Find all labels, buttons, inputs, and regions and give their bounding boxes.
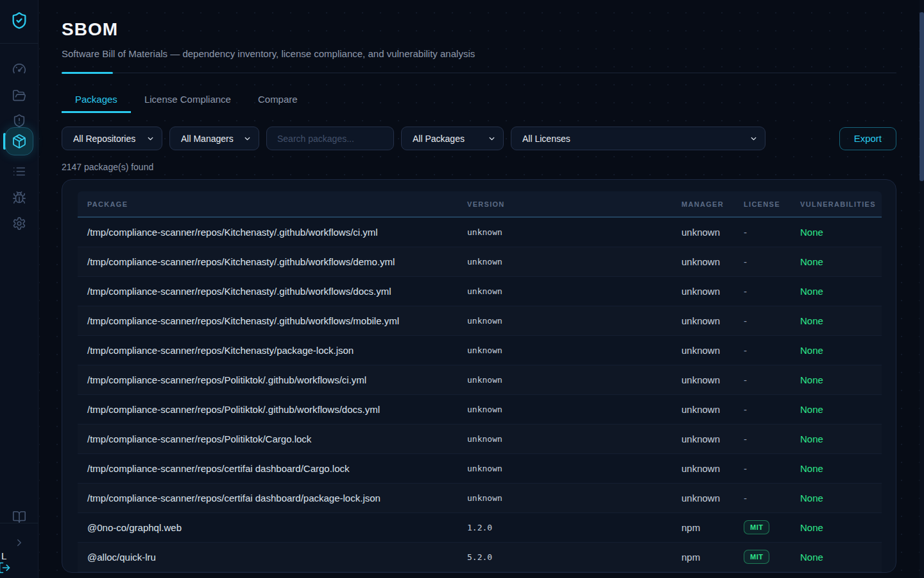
tab-compare[interactable]: Compare xyxy=(244,86,311,113)
app-logo[interactable] xyxy=(0,12,38,30)
scrollbar-thumb[interactable] xyxy=(920,12,924,181)
manager-cell: unknown xyxy=(681,424,744,453)
sidebar-item-sbom[interactable] xyxy=(5,127,33,155)
manager-select[interactable]: All Managers xyxy=(170,127,259,150)
manager-filter[interactable]: All Managers xyxy=(169,127,259,150)
table-row[interactable]: /tmp/compliance-scanner/repos/Kitchenast… xyxy=(78,247,882,276)
repository-select[interactable]: All Repositories xyxy=(62,127,162,150)
column-header-vulnerabilities: VULNERABILITIES xyxy=(800,191,882,217)
version-cell: unknown xyxy=(467,306,681,335)
sidebar-item-repositories[interactable] xyxy=(0,83,38,109)
page-title: SBOM xyxy=(62,0,896,40)
package-cell: @alloc/quick-lru xyxy=(78,542,467,572)
column-header-manager: MANAGER xyxy=(681,191,744,217)
sidebar-item-docs[interactable] xyxy=(0,504,38,530)
vulnerabilities-cell: None xyxy=(800,335,882,365)
manager-cell: unknown xyxy=(681,453,744,483)
gauge-icon xyxy=(12,62,26,76)
vulnerabilities-cell: None xyxy=(800,365,882,394)
repository-filter[interactable]: All Repositories xyxy=(62,127,162,150)
package-icon xyxy=(12,134,27,149)
version-cell: unknown xyxy=(467,365,681,394)
package-cell: /tmp/compliance-scanner/repos/Kitchenast… xyxy=(78,217,467,247)
filter-bar: All Repositories All Managers All Packag… xyxy=(62,127,896,150)
manager-cell: unknown xyxy=(681,306,744,335)
overflow-text: L xyxy=(1,550,6,561)
vulnerabilities-cell: None xyxy=(800,247,882,276)
package-cell: /tmp/compliance-scanner/repos/Politiktok… xyxy=(78,394,467,424)
table-row[interactable]: @alloc/quick-lru 5.2.0 npm MIT None xyxy=(78,542,882,572)
table-row[interactable]: /tmp/compliance-scanner/repos/Politiktok… xyxy=(78,424,882,453)
license-dash: - xyxy=(744,256,747,267)
sidebar-item-bugs[interactable] xyxy=(0,185,38,211)
vulnerabilities-cell: None xyxy=(800,424,882,453)
package-cell: /tmp/compliance-scanner/repos/Kitchenast… xyxy=(78,276,467,306)
license-dash: - xyxy=(744,404,747,415)
license-dash: - xyxy=(744,493,747,504)
license-cell: - xyxy=(744,306,800,335)
version-cell: 5.2.0 xyxy=(467,542,681,572)
table-row[interactable]: /tmp/compliance-scanner/repos/Kitchenast… xyxy=(78,217,882,247)
license-dash: - xyxy=(744,374,747,385)
license-dash: - xyxy=(744,345,747,356)
sidebar-item-settings[interactable] xyxy=(0,211,38,236)
folder-icon xyxy=(12,89,26,103)
license-cell: - xyxy=(744,247,800,276)
column-header-package: PACKAGE xyxy=(78,191,467,217)
tab-packages[interactable]: Packages xyxy=(62,86,131,113)
license-select[interactable]: All Licenses xyxy=(511,127,765,150)
license-badge: MIT xyxy=(744,520,769,534)
export-button[interactable]: Export xyxy=(839,127,896,150)
license-cell: - xyxy=(744,217,800,247)
vulnerabilities-cell: None xyxy=(800,542,882,572)
search-input[interactable] xyxy=(266,127,394,150)
manager-cell: unknown xyxy=(681,217,744,247)
version-cell: unknown xyxy=(467,335,681,365)
vulnerabilities-cell: None xyxy=(800,217,882,247)
gear-icon xyxy=(12,216,26,231)
table-row[interactable]: /tmp/compliance-scanner/repos/Kitchenast… xyxy=(78,276,882,306)
package-cell: /tmp/compliance-scanner/repos/Kitchenast… xyxy=(78,335,467,365)
package-type-select[interactable]: All Packages xyxy=(402,127,503,150)
license-cell: - xyxy=(744,335,800,365)
sidebar-item-inventory[interactable] xyxy=(0,159,38,184)
list-icon xyxy=(12,164,26,179)
license-cell: - xyxy=(744,483,800,512)
license-filter[interactable]: All Licenses xyxy=(511,127,766,150)
package-type-filter[interactable]: All Packages xyxy=(401,127,504,150)
package-cell: /tmp/compliance-scanner/repos/certifai d… xyxy=(78,453,467,483)
package-cell: /tmp/compliance-scanner/repos/Politiktok… xyxy=(78,365,467,394)
shield-check-icon xyxy=(10,12,28,30)
column-header-license: LICENSE xyxy=(744,191,800,217)
table-row[interactable]: /tmp/compliance-scanner/repos/Kitchenast… xyxy=(78,306,882,335)
tab-bar: Packages License Compliance Compare xyxy=(62,86,896,113)
vulnerabilities-cell: None xyxy=(800,453,882,483)
shield-alert-icon xyxy=(12,114,26,128)
column-header-version: VERSION xyxy=(467,191,681,217)
license-dash: - xyxy=(744,434,747,444)
version-cell: unknown xyxy=(467,453,681,483)
table-row[interactable]: /tmp/compliance-scanner/repos/certifai d… xyxy=(78,483,882,512)
logout-icon[interactable] xyxy=(0,561,11,574)
version-cell: unknown xyxy=(467,276,681,306)
license-dash: - xyxy=(744,463,747,474)
table-row[interactable]: /tmp/compliance-scanner/repos/Kitchenast… xyxy=(78,335,882,365)
version-cell: 1.2.0 xyxy=(467,512,681,542)
packages-table: PACKAGE VERSION MANAGER LICENSE VULNERAB… xyxy=(78,191,882,572)
package-cell: /tmp/compliance-scanner/repos/certifai d… xyxy=(78,483,467,512)
table-row[interactable]: /tmp/compliance-scanner/repos/certifai d… xyxy=(78,453,882,483)
sidebar-item-dashboard[interactable] xyxy=(0,57,38,82)
package-cell: /tmp/compliance-scanner/repos/Kitchenast… xyxy=(78,306,467,335)
table-row[interactable]: /tmp/compliance-scanner/repos/Politiktok… xyxy=(78,365,882,394)
manager-cell: unknown xyxy=(681,483,744,512)
table-row[interactable]: /tmp/compliance-scanner/repos/Politiktok… xyxy=(78,394,882,424)
sidebar xyxy=(0,0,38,578)
tab-license-compliance[interactable]: License Compliance xyxy=(131,86,244,113)
sidebar-divider xyxy=(0,43,38,44)
package-cell: /tmp/compliance-scanner/repos/Politiktok… xyxy=(78,424,467,453)
table-row[interactable]: @0no-co/graphql.web 1.2.0 npm MIT None xyxy=(78,512,882,542)
manager-cell: npm xyxy=(681,512,744,542)
table-header-row: PACKAGE VERSION MANAGER LICENSE VULNERAB… xyxy=(78,191,882,217)
license-cell: MIT xyxy=(744,512,800,542)
package-table-body: /tmp/compliance-scanner/repos/Kitchenast… xyxy=(78,217,882,572)
